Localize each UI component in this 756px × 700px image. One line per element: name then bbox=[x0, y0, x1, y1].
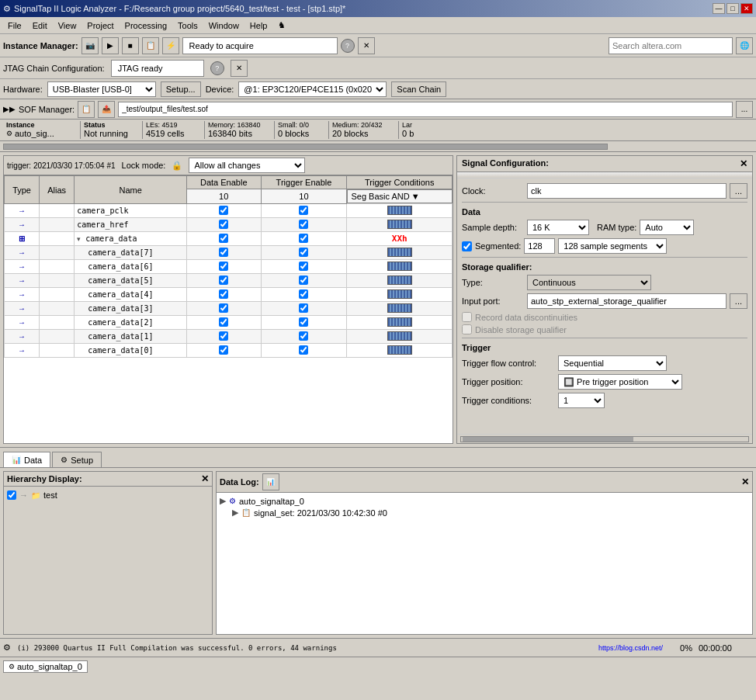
seg-dropdown-icon[interactable]: ▼ bbox=[411, 192, 420, 201]
seg-basic-and-header: Seg Basic AND ▼ bbox=[347, 189, 452, 203]
search-input[interactable] bbox=[609, 37, 733, 54]
trigger-enable-cell bbox=[261, 260, 347, 274]
menu-item-project[interactable]: Project bbox=[82, 19, 118, 32]
menu-item-file[interactable]: File bbox=[3, 19, 26, 32]
jtag-help-btn[interactable]: ? bbox=[210, 61, 224, 75]
pattern-block bbox=[387, 317, 412, 327]
pattern-block bbox=[387, 262, 412, 271]
footer-item-0: ⚙ auto_signaltap_0 bbox=[3, 660, 88, 673]
bits-value: 163840 bits bbox=[208, 129, 271, 138]
minimize-button[interactable]: — bbox=[713, 3, 725, 14]
tree-arrow-icon: → bbox=[19, 490, 28, 500]
table-row: →camera_data[2] bbox=[5, 316, 453, 330]
name-cell: ▾ camera_data bbox=[75, 232, 187, 246]
lock-mode-select[interactable]: Allow all changes bbox=[189, 158, 305, 173]
hierarchy-tree: → 📁 test bbox=[4, 487, 212, 634]
type-select[interactable]: Continuous bbox=[527, 275, 651, 290]
search-go-btn[interactable]: 🌐 bbox=[736, 37, 753, 54]
input-port-dots-btn[interactable]: ... bbox=[730, 293, 747, 309]
trigger-enable-cell bbox=[261, 330, 347, 344]
datalog-title: Data Log: bbox=[220, 477, 259, 487]
tab-data[interactable]: 📊 Data bbox=[3, 452, 50, 467]
storage-qualifier-header: Storage qualifier: bbox=[462, 262, 747, 272]
maximize-button[interactable]: □ bbox=[727, 3, 739, 14]
device-select[interactable]: @1: EP3C120/EP4CE115 (0x020 bbox=[238, 81, 387, 97]
menu-item-edit[interactable]: Edit bbox=[28, 19, 52, 32]
menu-item-help[interactable]: Help bbox=[245, 19, 272, 32]
bottom-area: Hierarchy Display: ✕ → 📁 test Data Log: … bbox=[0, 467, 756, 638]
sample-depth-select[interactable]: 16 K bbox=[527, 220, 589, 235]
menu-item-window[interactable]: Window bbox=[204, 19, 244, 32]
dl-icon-0: ⚙ bbox=[229, 497, 236, 505]
trigger-section-header: Trigger bbox=[462, 343, 747, 352]
close-button[interactable]: ✕ bbox=[740, 3, 753, 14]
sof-icon-btn-2[interactable]: 📤 bbox=[98, 101, 115, 118]
setup-button[interactable]: Setup... bbox=[161, 81, 201, 97]
input-port-input[interactable] bbox=[527, 293, 727, 309]
hierarchy-title: Hierarchy Display: bbox=[7, 474, 82, 483]
pattern-block bbox=[387, 275, 412, 285]
clock-input[interactable] bbox=[527, 183, 727, 199]
tree-test-checkbox[interactable] bbox=[7, 490, 16, 500]
dl-expand-icon[interactable]: ▶ bbox=[220, 496, 226, 506]
sof-dots-btn[interactable]: ... bbox=[736, 101, 753, 118]
type-cell: → bbox=[5, 302, 40, 316]
signal-table: Type Alias Name Data Enable Trigger Enab… bbox=[4, 175, 453, 443]
trigger-conditions-select[interactable]: 1 bbox=[558, 393, 605, 408]
clock-dots-btn[interactable]: ... bbox=[730, 183, 747, 199]
config-close-btn[interactable]: ✕ bbox=[740, 158, 747, 169]
scan-chain-button[interactable]: Scan Chain bbox=[391, 81, 446, 97]
hardware-select[interactable]: USB-Blaster [USB-0] bbox=[47, 81, 156, 97]
pattern-block bbox=[387, 206, 412, 215]
name-cell: camera_data[3] bbox=[75, 302, 187, 316]
menu-item-processing[interactable]: Processing bbox=[120, 19, 172, 32]
data-enable-cell bbox=[186, 218, 261, 232]
toolbar-btn-1[interactable]: 📷 bbox=[81, 37, 99, 54]
trigger-conditions-cell bbox=[347, 316, 453, 330]
table-row: →camera_data[0] bbox=[5, 344, 453, 358]
status-text: Ready to acquire bbox=[189, 41, 254, 50]
config-panel-title: Signal Configuration: ✕ bbox=[457, 156, 752, 172]
footer-icon: ⚙ bbox=[9, 663, 15, 671]
datalog-close-btn[interactable]: ✕ bbox=[741, 476, 749, 487]
menu-item-tools[interactable]: Tools bbox=[173, 19, 203, 32]
sof-icon-btn-1[interactable]: 📋 bbox=[78, 101, 95, 118]
tab-setup-icon: ⚙ bbox=[61, 456, 68, 464]
disable-storage-checkbox[interactable] bbox=[462, 324, 472, 334]
segment-value-input[interactable] bbox=[524, 238, 555, 254]
trigger-flow-select[interactable]: Sequential bbox=[558, 355, 667, 371]
segmented-checkbox[interactable] bbox=[462, 241, 472, 251]
help-circle-btn[interactable]: ? bbox=[341, 39, 355, 53]
toolbar-btn-2[interactable]: ▶ bbox=[102, 37, 119, 54]
data-enable-cell bbox=[186, 232, 261, 246]
status-time: 00:00:00 bbox=[699, 643, 753, 653]
toolbar-btn-5[interactable]: ⚡ bbox=[162, 37, 179, 54]
sample-depth-row: Sample depth: 16 K RAM type: Auto bbox=[462, 220, 747, 235]
toolbar-btn-4[interactable]: 📋 bbox=[142, 37, 159, 54]
ram-type-select[interactable]: Auto bbox=[640, 220, 694, 235]
menu-item-[interactable]: ♞ bbox=[273, 19, 290, 32]
instance-manager-label: Instance Manager: bbox=[3, 41, 78, 50]
blocks20-value: 20 blocks bbox=[332, 129, 395, 138]
sep3 bbox=[462, 338, 747, 338]
datalog-icon-btn[interactable]: 📊 bbox=[262, 473, 279, 490]
sof-path-input[interactable] bbox=[118, 102, 733, 117]
data-enable-cell bbox=[186, 316, 261, 330]
hierarchy-close-btn[interactable]: ✕ bbox=[201, 473, 209, 484]
record-discontinuities-checkbox[interactable] bbox=[462, 312, 472, 322]
table-row: →camera_pclk bbox=[5, 204, 453, 218]
alias-cell bbox=[40, 204, 75, 218]
segment-desc-select[interactable]: 128 sample segments bbox=[558, 238, 667, 254]
hardware-bar: Hardware: USB-Blaster [USB-0] Setup... D… bbox=[0, 79, 756, 99]
jtag-close-btn[interactable]: ✕ bbox=[231, 60, 248, 77]
tab-setup[interactable]: ⚙ Setup bbox=[52, 452, 102, 467]
toolbar-btn-3[interactable]: ■ bbox=[122, 37, 139, 54]
dl-sub-expand-icon[interactable]: ▶ bbox=[232, 508, 238, 518]
table-row: →camera_data[4] bbox=[5, 288, 453, 302]
menu-item-view[interactable]: View bbox=[54, 19, 81, 32]
close-status-btn[interactable]: ✕ bbox=[358, 37, 375, 54]
instance-hscroll[interactable] bbox=[0, 141, 756, 152]
trigger-position-select[interactable]: 🔲 Pre trigger position bbox=[558, 374, 682, 390]
datalog-content: ▶ ⚙ auto_signaltap_0 ▶ 📋 signal_set: 202… bbox=[217, 493, 752, 634]
trigger-conditions-cell bbox=[347, 260, 453, 274]
